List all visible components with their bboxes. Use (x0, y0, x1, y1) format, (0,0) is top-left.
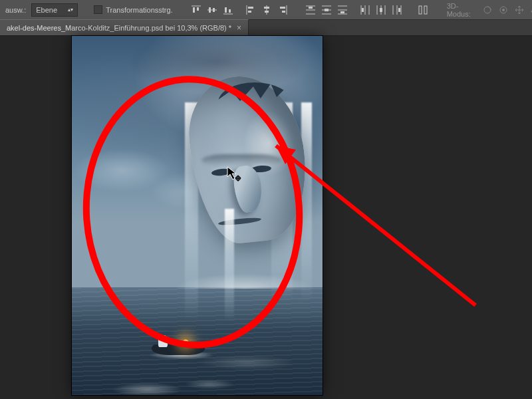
dist-top-button[interactable] (303, 3, 318, 17)
svg-rect-33 (362, 8, 364, 12)
select-label: ausw.: (4, 6, 27, 14)
workspace (0, 36, 532, 399)
svg-rect-8 (229, 9, 231, 13)
layer-select-value: Ebene (36, 6, 57, 14)
svg-rect-41 (398, 8, 400, 12)
dist-vcenter-button[interactable] (319, 3, 334, 17)
svg-rect-16 (280, 7, 285, 9)
align-bottom-button[interactable] (221, 3, 235, 17)
align-edges-group (189, 3, 235, 17)
align-right-button[interactable] (275, 3, 290, 17)
svg-rect-21 (309, 7, 313, 9)
distribute-h-group (358, 3, 404, 17)
chevron-updown-icon: ▴▾ (68, 7, 73, 13)
transform-controls-label: Transformationsstrg. (106, 6, 172, 14)
svg-rect-4 (209, 7, 211, 13)
svg-point-46 (502, 9, 505, 11)
mode3d-group: 3D-Modus: (447, 2, 532, 18)
svg-rect-1 (193, 7, 195, 13)
document-tab-bar: akel-des-Meeres_Marco-Kolditz_Einführung… (0, 20, 532, 36)
svg-rect-42 (419, 6, 422, 14)
document-tab[interactable]: akel-des-Meeres_Marco-Kolditz_Einführung… (0, 19, 249, 35)
options-bar: ausw.: Ebene ▴▾ Transformationsstrg. 3D-… (0, 0, 532, 20)
mode3d-label: 3D-Modus: (447, 2, 479, 18)
svg-rect-7 (225, 7, 227, 13)
transform-controls-checkbox[interactable]: Transformationsstrg. (91, 5, 175, 14)
svg-rect-10 (248, 7, 253, 9)
dist-right-button[interactable] (390, 3, 404, 17)
close-icon[interactable]: × (237, 23, 241, 33)
svg-rect-13 (264, 7, 269, 9)
dist-bottom-button[interactable] (335, 3, 350, 17)
svg-rect-17 (282, 11, 285, 13)
svg-rect-14 (265, 11, 269, 13)
svg-rect-5 (213, 8, 215, 12)
svg-rect-25 (325, 9, 329, 11)
svg-rect-37 (380, 8, 382, 12)
align-h-group (243, 3, 290, 17)
layer-select[interactable]: Ebene ▴▾ (31, 3, 78, 17)
distribute-v-group (303, 3, 350, 17)
dist-hcenter-button[interactable] (374, 3, 388, 17)
mode3d-roll-button[interactable] (497, 3, 510, 17)
document-tab-title: akel-des-Meeres_Marco-Kolditz_Einführung… (7, 24, 231, 32)
svg-rect-29 (340, 11, 344, 13)
mode3d-slide-button[interactable] (529, 3, 533, 17)
svg-rect-43 (424, 6, 427, 14)
align-hcenter-button[interactable] (259, 3, 274, 17)
svg-rect-2 (197, 7, 199, 11)
svg-rect-11 (248, 11, 251, 13)
align-left-button[interactable] (243, 3, 258, 17)
align-top-button[interactable] (189, 3, 203, 17)
dist-left-button[interactable] (358, 3, 372, 17)
mode3d-rotate-button[interactable] (481, 3, 495, 17)
align-vcenter-button[interactable] (205, 3, 219, 17)
mode3d-pan-button[interactable] (513, 3, 526, 17)
checkbox-box-icon (94, 5, 102, 14)
auto-align-button[interactable] (418, 3, 428, 17)
